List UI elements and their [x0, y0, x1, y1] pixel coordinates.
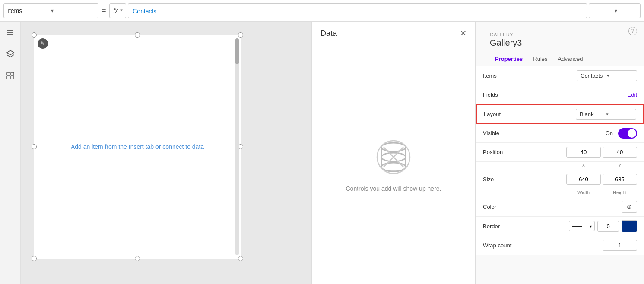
position-prop-label: Position — [483, 149, 526, 155]
props-tabs: Properties Rules Advanced — [483, 52, 637, 66]
tab-properties[interactable]: Properties — [490, 52, 528, 66]
top-bar: Items ▾ = fx ▾ Contacts ▾ — [0, 0, 644, 22]
formula-bar[interactable]: Contacts — [128, 3, 587, 18]
color-picker-icon: ⊕ — [627, 203, 632, 210]
layout-dropdown-chevron: ▾ — [606, 111, 632, 117]
gallery-scrollbar[interactable] — [235, 38, 239, 255]
fx-button[interactable]: fx ▾ — [109, 3, 126, 18]
help-icon[interactable]: ? — [628, 27, 637, 35]
items-dropdown-chevron: ▾ — [607, 73, 633, 79]
visible-toggle[interactable] — [618, 128, 637, 139]
equals-sign: = — [102, 7, 106, 15]
size-height-input[interactable] — [603, 174, 637, 185]
handle-br[interactable] — [238, 256, 243, 261]
handle-tr[interactable] — [238, 32, 243, 38]
position-inputs — [566, 147, 637, 158]
visible-prop-label: Visible — [483, 130, 526, 136]
y-axis-label: Y — [603, 163, 637, 168]
handle-tc[interactable] — [135, 32, 140, 38]
color-picker-button[interactable]: ⊕ — [622, 201, 637, 213]
position-y-input[interactable] — [603, 147, 637, 158]
layers-icon[interactable] — [4, 47, 17, 60]
gallery-name: Gallery3 — [490, 38, 630, 48]
tab-rules[interactable]: Rules — [528, 52, 552, 66]
position-value-right — [526, 147, 637, 158]
visible-row: Visible On — [476, 124, 644, 143]
edit-badge[interactable]: ✎ — [38, 38, 48, 49]
gallery-placeholder-text: Add an item from the Insert tab or conne… — [62, 135, 213, 159]
properties-panel: GALLERY Gallery3 ? Properties Rules Adva… — [476, 22, 644, 284]
border-style-chevron: ▾ — [590, 224, 592, 229]
layout-value-dropdown[interactable]: Blank ▾ — [576, 109, 636, 120]
items-dropdown[interactable]: Items ▾ — [3, 3, 98, 18]
border-color-picker[interactable] — [622, 220, 637, 232]
size-row: Size — [476, 170, 644, 189]
visible-state-label: On — [606, 130, 613, 136]
data-panel-title: Data — [320, 29, 337, 38]
fields-prop-label: Fields — [483, 92, 526, 98]
border-style-dropdown[interactable]: —— ▾ — [569, 221, 595, 231]
items-prop-label: Items — [483, 73, 526, 79]
pencil-icon: ✎ — [41, 41, 45, 47]
position-axis-labels: X Y — [476, 162, 644, 170]
wrap-count-value-right — [526, 240, 637, 251]
layout-value-right: Blank ▾ — [527, 109, 636, 120]
left-sidebar — [0, 22, 21, 284]
data-panel-close-button[interactable]: ✕ — [460, 28, 466, 38]
fx-label: fx — [113, 7, 118, 14]
width-label: Width — [566, 190, 601, 195]
items-label: Items — [7, 7, 51, 14]
items-value-dropdown[interactable]: Contacts ▾ — [577, 70, 637, 81]
svg-rect-7 — [11, 76, 14, 79]
menu-icon[interactable] — [4, 26, 17, 39]
items-value-text: Contacts — [581, 73, 607, 79]
formula-dropdown-chevron: ▾ — [615, 8, 636, 14]
size-width-input[interactable] — [566, 174, 601, 185]
tab-advanced[interactable]: Advanced — [553, 52, 588, 66]
wrap-count-input[interactable] — [603, 240, 637, 251]
handle-bl[interactable] — [32, 256, 37, 261]
svg-rect-5 — [11, 72, 14, 75]
color-row: Color ⊕ — [476, 197, 644, 217]
fx-chevron-icon: ▾ — [120, 8, 122, 13]
gallery-content: Add an item from the Insert tab or conne… — [34, 35, 241, 259]
handle-ml[interactable] — [32, 144, 37, 149]
props-body: Items Contacts ▾ Fields Edit Layout — [476, 66, 644, 284]
border-width-input[interactable] — [597, 221, 619, 232]
fields-row: Fields Edit — [476, 85, 644, 104]
position-x-input[interactable] — [566, 147, 601, 158]
props-panel-header: GALLERY Gallery3 ? Properties Rules Adva… — [476, 22, 644, 66]
x-axis-label: X — [566, 163, 601, 168]
fields-value-right: Edit — [526, 92, 637, 98]
components-icon[interactable] — [4, 69, 17, 82]
data-panel-message: Controls you add will show up here. — [346, 185, 441, 192]
size-inputs — [566, 174, 637, 185]
canvas-area: ✎ Add an item from the Insert tab or con… — [21, 22, 311, 284]
main-content: ✎ Add an item from the Insert tab or con… — [0, 22, 644, 284]
gallery-type-label: GALLERY — [490, 32, 630, 37]
height-label: Height — [603, 190, 637, 195]
border-value-right: —— ▾ — [526, 220, 637, 232]
wrap-count-label: Wrap count — [483, 242, 526, 249]
position-row: Position — [476, 143, 644, 162]
database-icon — [374, 138, 413, 177]
handle-tl[interactable] — [32, 32, 37, 38]
gallery-frame[interactable]: ✎ Add an item from the Insert tab or con… — [34, 35, 241, 259]
wrap-count-row: Wrap count — [476, 236, 644, 255]
svg-point-8 — [381, 143, 406, 151]
data-panel-body: Controls you add will show up here. — [312, 45, 475, 284]
border-row: Border —— ▾ — [476, 217, 644, 236]
gallery-scrollbar-thumb — [235, 38, 239, 64]
data-panel-header: Data ✕ — [312, 22, 475, 45]
formula-dropdown[interactable]: ▾ — [589, 3, 641, 18]
size-prop-label: Size — [483, 176, 526, 183]
handle-bc[interactable] — [135, 256, 140, 261]
items-row: Items Contacts ▾ — [476, 66, 644, 85]
data-panel: Data ✕ Controls you add will show up her… — [311, 22, 476, 284]
fields-edit-link[interactable]: Edit — [628, 92, 637, 98]
items-chevron-icon: ▾ — [51, 8, 95, 14]
border-prop-label: Border — [483, 223, 526, 230]
size-value-right — [526, 174, 637, 185]
toggle-knob — [628, 129, 636, 138]
layout-row: Layout Blank ▾ — [476, 104, 644, 124]
